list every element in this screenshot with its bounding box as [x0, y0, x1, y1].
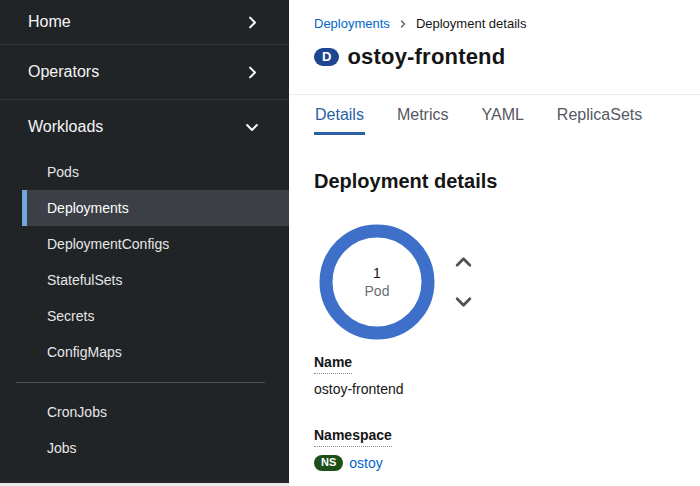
pod-count: 1 [373, 264, 381, 282]
page-header: Deployments Deployment details D ostoy-f… [289, 0, 700, 95]
sidebar-item-label: StatefulSets [47, 272, 123, 288]
details-section: Deployment details 1 Pod [289, 135, 700, 471]
sidebar-item-configmaps[interactable]: ConfigMaps [22, 334, 289, 370]
breadcrumb-link-deployments[interactable]: Deployments [314, 16, 390, 31]
tab-yaml[interactable]: YAML [480, 95, 524, 135]
chevron-down-icon [245, 121, 259, 134]
sidebar-item-label: DeploymentConfigs [47, 236, 169, 252]
breadcrumb: Deployments Deployment details [314, 16, 676, 31]
sidebar-item-deploymentconfigs[interactable]: DeploymentConfigs [22, 226, 289, 262]
chevron-right-icon [246, 66, 259, 79]
breadcrumb-current: Deployment details [416, 16, 527, 31]
tabs-bar: Details Metrics YAML ReplicaSets [289, 95, 700, 135]
sidebar-item-statefulsets[interactable]: StatefulSets [22, 262, 289, 298]
sidebar-item-secrets[interactable]: Secrets [22, 298, 289, 334]
pod-scale-controls [453, 254, 474, 310]
sidebar-item-label: ConfigMaps [47, 344, 122, 360]
namespace-link[interactable]: ostoy [349, 455, 382, 471]
pod-unit-label: Pod [365, 282, 390, 300]
breadcrumb-separator-icon [399, 19, 407, 29]
sidebar-item-pods[interactable]: Pods [22, 154, 289, 190]
field-name: Name ostoy-frontend [314, 353, 676, 397]
namespace-label: Namespace [314, 427, 392, 447]
chevron-down-icon [455, 296, 472, 308]
sidebar-nav: Home Operators Workloads Pods Deployment… [0, 0, 289, 486]
namespace-resource-badge: NS [314, 455, 343, 471]
chevron-up-icon [455, 256, 472, 268]
sidebar-item-label: Secrets [47, 308, 94, 324]
workloads-subnav: Pods Deployments DeploymentConfigs State… [0, 154, 289, 470]
sidebar-item-label: CronJobs [47, 404, 107, 420]
page-title: ostoy-frontend [347, 44, 505, 70]
tab-replicasets[interactable]: ReplicaSets [556, 95, 643, 135]
section-heading: Deployment details [314, 170, 676, 193]
sidebar-item-home[interactable]: Home [0, 0, 289, 44]
tab-details[interactable]: Details [314, 95, 365, 135]
deployment-resource-badge: D [314, 48, 339, 66]
main-content: Deployments Deployment details D ostoy-f… [289, 0, 700, 486]
sidebar-item-label: Pods [47, 164, 79, 180]
subnav-divider [16, 382, 265, 383]
sidebar-item-jobs[interactable]: Jobs [22, 430, 289, 466]
sidebar-item-label: Home [28, 13, 71, 31]
sidebar-item-workloads[interactable]: Workloads [0, 99, 289, 154]
scale-down-button[interactable] [453, 294, 474, 310]
sidebar-item-deployments[interactable]: Deployments [22, 190, 289, 226]
sidebar-item-label: Workloads [28, 118, 103, 136]
namespace-value-row: NS ostoy [314, 455, 676, 471]
pod-donut-chart[interactable]: 1 Pod [319, 224, 435, 340]
field-namespace: Namespace NS ostoy [314, 426, 676, 471]
pod-donut-row: 1 Pod [319, 224, 676, 340]
tab-metrics[interactable]: Metrics [396, 95, 450, 135]
scale-up-button[interactable] [453, 254, 474, 270]
name-value: ostoy-frontend [314, 381, 676, 397]
chevron-right-icon [246, 16, 259, 29]
name-label: Name [314, 354, 352, 374]
title-row: D ostoy-frontend [314, 44, 676, 94]
sidebar-item-operators[interactable]: Operators [0, 44, 289, 99]
sidebar-item-label: Jobs [47, 440, 77, 456]
sidebar-item-label: Operators [28, 63, 99, 81]
pod-donut-center: 1 Pod [319, 224, 435, 340]
app-window: Home Operators Workloads Pods Deployment… [0, 0, 700, 486]
sidebar-item-cronjobs[interactable]: CronJobs [22, 394, 289, 430]
sidebar-item-label: Deployments [47, 200, 129, 216]
